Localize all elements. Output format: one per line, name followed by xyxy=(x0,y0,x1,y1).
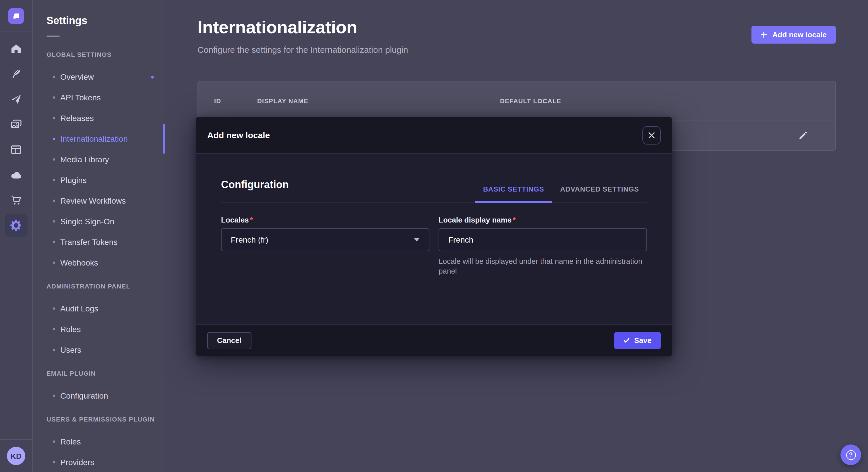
bullet-icon xyxy=(53,395,55,397)
rail-bottom-section: KD xyxy=(0,439,32,472)
sidebar-item-internationalization[interactable]: Internationalization xyxy=(33,129,165,149)
cart-icon[interactable] xyxy=(0,188,32,213)
sidebar-item-releases[interactable]: Releases xyxy=(33,108,165,129)
sidebar-item-label: Users xyxy=(60,345,81,355)
modal-footer: Cancel Save xyxy=(196,324,672,356)
sidebar-item-label: Webhooks xyxy=(60,258,98,267)
sidebar-item-label: Releases xyxy=(60,113,94,123)
sidebar-item-label: Transfer Tokens xyxy=(60,237,117,247)
bullet-icon xyxy=(53,96,55,99)
sidebar-item-webhooks[interactable]: Webhooks xyxy=(33,252,165,273)
sidebar-item-review-workflows[interactable]: Review Workflows xyxy=(33,191,165,211)
cancel-button[interactable]: Cancel xyxy=(207,332,251,349)
bullet-icon xyxy=(53,138,55,140)
sidebar-item-audit-logs[interactable]: Audit Logs xyxy=(33,298,165,319)
page-title: Internationalization xyxy=(197,17,408,38)
global-settings-list: Overview API Tokens Releases Internation… xyxy=(33,67,165,273)
help-button[interactable]: ? xyxy=(840,444,861,465)
locales-select[interactable]: French (fr) xyxy=(221,228,429,251)
display-name-input[interactable]: French xyxy=(439,228,647,251)
cloud-icon[interactable] xyxy=(0,162,32,188)
section-header-global-settings: GLOBAL SETTINGS xyxy=(46,52,165,58)
modal-header: Add new locale xyxy=(196,117,672,154)
pencil-icon xyxy=(798,131,808,140)
page-subtitle: Configure the settings for the Internati… xyxy=(197,45,408,55)
display-name-value: French xyxy=(448,235,473,244)
sidebar-item-single-sign-on[interactable]: Single Sign-On xyxy=(33,211,165,232)
email-plugin-list: Configuration xyxy=(33,385,165,406)
sidebar-item-overview[interactable]: Overview xyxy=(33,67,165,87)
sidebar-item-up-roles[interactable]: Roles xyxy=(33,431,165,452)
close-icon xyxy=(648,132,655,138)
tab-basic-settings[interactable]: BASIC SETTINGS xyxy=(475,185,552,202)
locales-select-value: French (fr) xyxy=(231,235,268,244)
display-name-hint: Locale will be displayed under that name… xyxy=(439,256,647,276)
add-locale-modal: Add new locale Configuration BASIC SETTI… xyxy=(196,117,672,356)
section-header-email-plugin: EMAIL PLUGIN xyxy=(46,370,165,377)
tab-advanced-settings[interactable]: ADVANCED SETTINGS xyxy=(552,185,647,202)
sidebar-item-admin-roles[interactable]: Roles xyxy=(33,319,165,339)
bullet-icon xyxy=(53,262,55,264)
feather-icon[interactable] xyxy=(0,61,32,87)
bullet-icon xyxy=(53,76,55,78)
title-underline xyxy=(46,36,60,37)
plus-icon xyxy=(761,32,767,38)
logo-section xyxy=(0,0,32,32)
close-modal-button[interactable] xyxy=(642,126,661,144)
layout-icon[interactable] xyxy=(0,137,32,162)
sidebar-item-label: Roles xyxy=(60,325,81,334)
bullet-icon xyxy=(53,307,55,310)
sidebar-item-email-configuration[interactable]: Configuration xyxy=(33,385,165,406)
strapi-logo-icon[interactable] xyxy=(8,8,24,24)
bullet-icon xyxy=(53,328,55,330)
bullet-icon xyxy=(53,158,55,161)
edit-locale-button[interactable] xyxy=(796,128,810,142)
save-button-label: Save xyxy=(634,336,652,345)
subnav-title: Settings xyxy=(46,15,165,26)
modal-body: Configuration BASIC SETTINGS ADVANCED SE… xyxy=(196,154,672,324)
page-heading-block: Internationalization Configure the setti… xyxy=(197,17,408,55)
sidebar-item-label: Audit Logs xyxy=(60,304,98,313)
sidebar-item-plugins[interactable]: Plugins xyxy=(33,170,165,191)
required-asterisk: * xyxy=(250,216,253,224)
sidebar-item-label: Single Sign-On xyxy=(60,217,114,226)
display-name-label: Locale display name* xyxy=(439,216,647,224)
sidebar-item-label: Plugins xyxy=(60,175,87,185)
sidebar-item-api-tokens[interactable]: API Tokens xyxy=(33,87,165,108)
sidebar-item-transfer-tokens[interactable]: Transfer Tokens xyxy=(33,232,165,252)
configuration-section-head: Configuration BASIC SETTINGS ADVANCED SE… xyxy=(221,154,647,203)
sidebar-item-label: API Tokens xyxy=(60,93,101,102)
configuration-title: Configuration xyxy=(221,179,289,191)
sidebar-item-label: Roles xyxy=(60,437,81,446)
bullet-icon xyxy=(53,461,55,463)
media-library-icon[interactable] xyxy=(0,112,32,137)
sidebar-item-admin-users[interactable]: Users xyxy=(33,339,165,360)
sidebar-item-label: Review Workflows xyxy=(60,196,126,205)
save-button[interactable]: Save xyxy=(614,332,661,349)
column-header-display-name: DISPLAY NAME xyxy=(257,97,500,104)
question-mark-icon: ? xyxy=(846,450,856,460)
notification-dot xyxy=(151,75,154,78)
sidebar-item-media-library[interactable]: Media Library xyxy=(33,149,165,170)
sidebar-item-label: Overview xyxy=(60,72,94,81)
check-icon xyxy=(623,338,629,343)
sidebar-item-up-providers[interactable]: Providers xyxy=(33,452,165,472)
modal-title: Add new locale xyxy=(207,130,270,140)
section-header-users-permissions-plugin: USERS & PERMISSIONS PLUGIN xyxy=(46,416,165,423)
locales-label: Locales* xyxy=(221,216,429,224)
user-avatar[interactable]: KD xyxy=(7,447,25,465)
home-icon[interactable] xyxy=(0,36,32,61)
chevron-down-icon xyxy=(414,238,420,241)
bullet-icon xyxy=(53,179,55,181)
add-new-locale-button[interactable]: Add new locale xyxy=(752,26,836,43)
settings-rail-item[interactable] xyxy=(0,213,32,238)
paper-plane-icon[interactable] xyxy=(0,87,32,112)
gear-icon xyxy=(5,214,28,237)
sidebar-item-label: Media Library xyxy=(60,155,109,164)
settings-tabs: BASIC SETTINGS ADVANCED SETTINGS xyxy=(475,185,647,202)
bullet-icon xyxy=(53,220,55,223)
form-fields-row: Locales* French (fr) Locale display name… xyxy=(221,216,647,283)
sidebar-item-label: Providers xyxy=(60,458,94,467)
page-header: Internationalization Configure the setti… xyxy=(166,0,868,55)
table-header-row: ID DISPLAY NAME DEFAULT LOCALE xyxy=(198,81,835,121)
